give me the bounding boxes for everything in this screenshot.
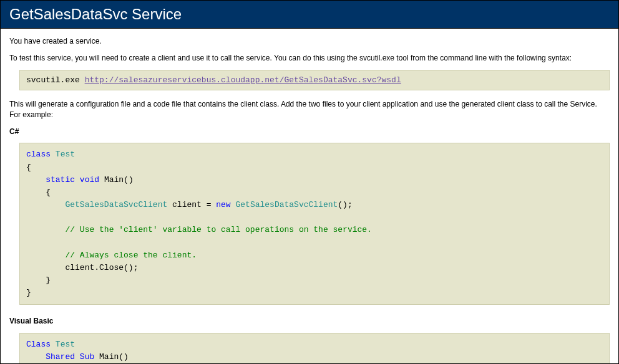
client-ctor: GetSalesDataSvcClient (235, 200, 338, 209)
svcutil-cmd: svcutil.exe (26, 75, 85, 85)
vb-type-test: Test (56, 340, 75, 349)
type-test: Test (56, 150, 75, 159)
kw-class: class (26, 150, 51, 159)
kw-vb-class: Class (26, 340, 51, 349)
intro-test: To test this service, you will need to c… (9, 53, 610, 64)
wsdl-link[interactable]: http://salesazureservicebus.cloudapp.net… (85, 75, 401, 85)
kw-static: static (46, 175, 75, 184)
client-decl: client = (167, 200, 216, 209)
client-close: client.Close(); (65, 263, 138, 272)
vb-label: Visual Basic (9, 316, 610, 327)
csharp-code: class Test { static void Main() { GetSal… (19, 143, 610, 305)
svcutil-command-box: svcutil.exe http://salesazureservicebus.… (19, 70, 610, 91)
brace-close2: } (46, 275, 51, 285)
page-content: You have created a service. To test this… (1, 29, 618, 364)
brace-open2: { (46, 188, 51, 197)
intro-created: You have created a service. (9, 36, 610, 47)
after-cmd-text: This will generate a configuration file … (9, 99, 610, 120)
ctor-tail: (); (338, 200, 352, 209)
cs-comment1: // Use the 'client' variable to call ope… (65, 225, 371, 234)
brace-open1: { (26, 163, 31, 172)
client-type: GetSalesDataSvcClient (65, 200, 167, 209)
kw-void: void (80, 175, 99, 184)
csharp-label: C# (9, 127, 610, 137)
vb-code: Class Test Shared Sub Main() Dim client … (19, 333, 610, 364)
kw-sub: Sub (80, 352, 94, 362)
page-header: GetSalesDataSvc Service (1, 1, 618, 29)
kw-shared: Shared (46, 352, 75, 362)
page-title: GetSalesDataSvc Service (9, 6, 610, 23)
kw-new: new (216, 200, 230, 209)
main-sig: Main() (104, 175, 134, 184)
vb-main: Main() (99, 352, 129, 362)
cs-comment2: // Always close the client. (65, 251, 197, 260)
brace-close1: } (26, 288, 31, 297)
